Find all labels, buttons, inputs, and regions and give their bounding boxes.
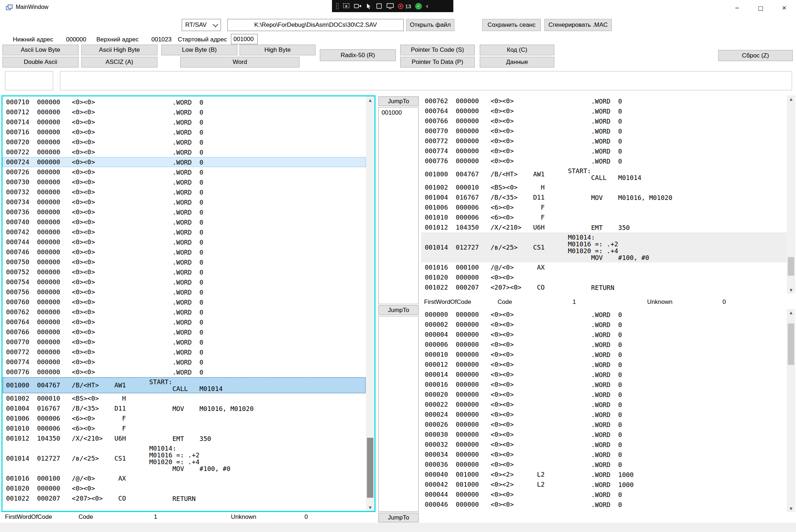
listing-row[interactable]: 000774000000<0><0> .WORD 0 [2,357,366,367]
listing-row[interactable]: 000022000000<0><0> .WORD 0 [421,400,787,410]
listing-row[interactable]: 000770000000<0><0> .WORD 0 [2,337,366,347]
listing-row[interactable]: 000746000000<0><0> .WORD 0 [2,247,366,257]
cursor-icon[interactable] [366,3,372,9]
scroll-down-icon[interactable]: ▼ [787,286,795,293]
jumpto-button-top[interactable]: JumpTo [378,96,419,106]
code-listing-scrollbar[interactable]: ▲ ▼ [787,95,795,293]
jumpto-button-middle[interactable]: JumpTo [378,305,419,315]
scroll-up-icon[interactable]: ▲ [787,95,795,102]
scroll-up-icon[interactable]: ▲ [366,96,374,104]
listing-row[interactable]: 000036000000<0><0> .WORD 0 [421,460,787,470]
ascii-low-byte-button[interactable]: Ascii Low Byte [2,45,79,55]
listing-row[interactable]: 000766000000<0><0> .WORD 0 [2,327,366,337]
listing-row[interactable]: 000720000000<0><0> .WORD 0 [2,137,366,147]
listing-row[interactable]: 001000004767/B/<HT>AW1START: CALL M01014 [421,166,787,182]
save-session-button[interactable]: Сохранить сеанс [482,19,541,31]
listing-row[interactable]: 000002000000<0><0> .WORD 0 [421,320,787,330]
listing-row[interactable]: 001022000207<207><0>CO RETURN [421,282,787,292]
listing-row[interactable]: 000042001000<0><2>L2 .WORD 1000 [421,480,787,490]
listing-row[interactable]: 000010000000<0><0> .WORD 0 [421,350,787,360]
listing-row[interactable]: 000762000000<0><0> .WORD 0 [421,96,787,106]
minimize-button[interactable]: ─ [725,0,749,16]
listing-row[interactable]: 001006000006<6><0>F [421,202,787,212]
jump-list-top[interactable]: 001000 [378,107,419,304]
listing-row[interactable]: 000734000000<0><0> .WORD 0 [2,197,366,207]
pointer-to-data-button[interactable]: Pointer To Data (P) [400,57,475,67]
listing-row[interactable]: 000722000000<0><0> .WORD 0 [2,147,366,157]
listing-row[interactable]: 001004016767/B/<35>D11 MOV M01016, M0102… [421,192,787,202]
open-file-button[interactable]: Открыть файл [406,19,454,31]
cast-icon[interactable] [386,2,394,10]
close-button[interactable]: ✕ [772,0,796,16]
listing-row[interactable]: 000034000000<0><0> .WORD 0 [421,450,787,460]
listing-row[interactable]: 000760000000<0><0> .WORD 0 [2,297,366,307]
generate-mac-button[interactable]: Сгенерировать .MAC [544,19,612,31]
listing-row[interactable]: 000754000000<0><0> .WORD 0 [2,277,366,287]
scroll-up-icon[interactable]: ▲ [787,309,795,316]
listing-row[interactable]: 000710000000<0><0> .WORD 0 [2,97,366,107]
jumpto-button-bottom[interactable]: JumpTo [378,513,419,522]
reset-button[interactable]: Сброс (Z) [718,50,793,61]
listing-row[interactable]: 000774000000<0><0> .WORD 0 [421,146,787,156]
listing-row[interactable]: 000764000000<0><0> .WORD 0 [421,106,787,116]
listing-row[interactable]: 000726000000<0><0> .WORD 0 [2,167,366,177]
listing-row[interactable]: 000730000000<0><0> .WORD 0 [2,177,366,187]
radix50-button[interactable]: Radix-50 (R) [320,49,396,61]
listing-row[interactable]: 000752000000<0><0> .WORD 0 [2,267,366,277]
listing-row[interactable]: 000744000000<0><0> .WORD 0 [2,237,366,247]
listing-row[interactable]: 000724000000<0><0> .WORD 0 [2,157,366,167]
drag-grip-icon[interactable] [336,2,339,10]
scroll-thumb[interactable] [788,257,794,276]
listing-row[interactable]: 000032000000<0><0> .WORD 0 [421,440,787,450]
listing-row[interactable]: 001010000006<6><0>F [2,423,366,433]
main-listing-scrollbar[interactable]: ▲ ▼ [366,96,374,511]
data-listing-scrollbar[interactable]: ▲ ▼ [787,309,795,512]
asciz-button[interactable]: ASCIZ (A) [81,57,157,67]
listing-row[interactable]: 000736000000<0><0> .WORD 0 [2,207,366,217]
listing-row[interactable]: 000756000000<0><0> .WORD 0 [2,287,366,297]
listing-row[interactable]: 000040001000<0><2>L2 .WORD 1000 [421,470,787,480]
scroll-down-icon[interactable]: ▼ [366,504,374,511]
high-byte-button[interactable]: High Byte [240,45,316,55]
listing-row[interactable]: 000020000000<0><0> .WORD 0 [421,390,787,400]
low-byte-button[interactable]: Low Byte (B) [161,45,237,55]
frame-icon[interactable] [376,3,382,9]
record-indicator[interactable]: 13 [398,3,411,9]
listing-row[interactable]: 001020000000<0><0> [421,272,787,282]
listing-row[interactable]: 000766000000<0><0> .WORD 0 [421,116,787,126]
listing-row[interactable]: 000714000000<0><0> .WORD 0 [2,117,366,127]
file-path-input[interactable] [227,19,404,31]
listing-row[interactable]: 000732000000<0><0> .WORD 0 [2,187,366,197]
word-button[interactable]: Word [180,57,299,67]
start-address-input[interactable] [231,34,258,44]
listing-row[interactable]: 001002000010<BS><0>H [2,393,366,403]
listing-row[interactable]: 001004016767/B/<35>D11 MOV M01016, M0102… [2,403,366,413]
listing-row[interactable]: 001002000010<BS><0>H [421,182,787,192]
listing-row[interactable]: 001000004767/B/<HT>AW1START: CALL M01014 [2,377,366,393]
listing-row[interactable]: 000776000000<0><0> .WORD 0 [421,156,787,166]
listing-row[interactable]: 001014012727/в/<25>CS1M01014: M01016 =: … [421,232,787,262]
format-select[interactable]: RT/SAV [182,19,221,31]
scroll-thumb[interactable] [788,323,794,365]
listing-row[interactable]: 000024000000<0><0> .WORD 0 [421,410,787,420]
listing-row[interactable]: 001020000000<0><0> [2,483,366,493]
listing-row[interactable]: 000000000000<0><0> .WORD 0 [421,310,787,320]
listing-row[interactable]: 000030000000<0><0> .WORD 0 [421,430,787,440]
listing-row[interactable]: 000012000000<0><0> .WORD 0 [421,360,787,370]
status-check-icon[interactable]: ✓ [415,3,422,10]
jump-list-item[interactable]: 001000 [379,107,418,118]
data-button[interactable]: Данные [480,57,554,67]
collapse-icon[interactable]: ‹ [426,3,428,9]
listing-row[interactable]: 000764000000<0><0> .WORD 0 [2,317,366,327]
listing-row[interactable]: 001012104350/X/<210>U6H EMT 350 [421,222,787,232]
listing-row[interactable]: 000044000000<0><0> .WORD 0 [421,490,787,500]
maximize-button[interactable]: □ [749,0,772,16]
code-button[interactable]: Код (C) [480,45,554,55]
listing-row[interactable]: 000026000000<0><0> .WORD 0 [421,420,787,430]
listing-row[interactable]: 001010000006<6><0>F [421,212,787,222]
double-ascii-button[interactable]: Double Ascii [2,57,79,67]
ascii-high-byte-button[interactable]: Ascii High Byte [81,45,157,55]
listing-row[interactable]: 000770000000<0><0> .WORD 0 [421,126,787,136]
listing-row[interactable]: 000014000000<0><0> .WORD 0 [421,370,787,380]
listing-row[interactable]: 000004000000<0><0> .WORD 0 [421,330,787,340]
